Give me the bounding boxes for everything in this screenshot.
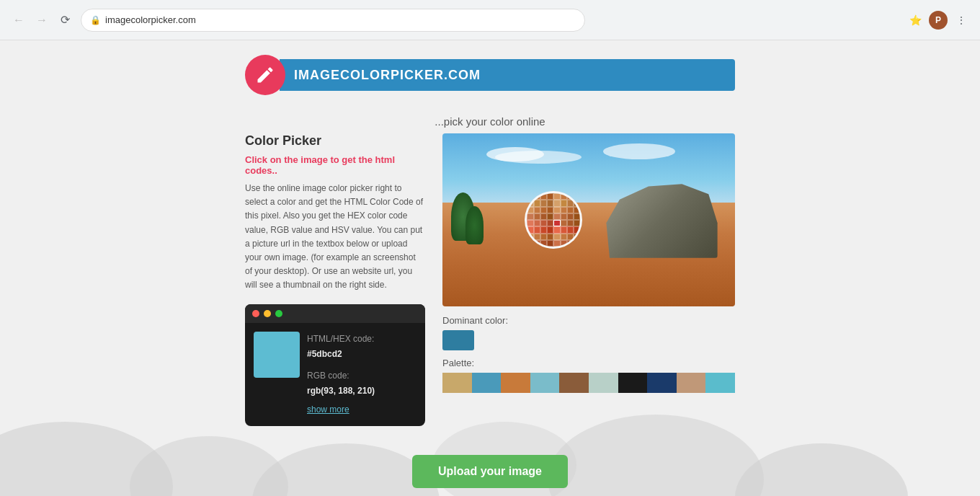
hex-label-text: HTML/HEX code: #5dbcd2 [307, 332, 375, 363]
hex-value: #5dbcd2 [307, 349, 342, 359]
left-panel: Color Picker Click on the image to get t… [245, 133, 425, 426]
magnifier-overlay [525, 191, 582, 249]
palette-swatch-item[interactable] [618, 373, 648, 393]
nav-buttons: ← → ⟳ [9, 10, 75, 30]
dominant-label: Dominant color: [442, 315, 735, 326]
upload-button[interactable]: Upload your image [412, 455, 568, 488]
tree-2 [466, 206, 483, 244]
code-info: HTML/HEX code: #5dbcd2 RGB code: rgb(93,… [307, 332, 375, 418]
code-window-body: HTML/HEX code: #5dbcd2 RGB code: rgb(93,… [245, 323, 425, 427]
page-content: IMAGECOLORPICKER.COM ...pick your color … [0, 40, 980, 496]
palette-swatch-item[interactable] [530, 373, 560, 393]
magnifier-grid [527, 193, 580, 247]
site-title-bar: IMAGECOLORPICKER.COM [280, 59, 735, 91]
car-wreck [606, 180, 717, 258]
address-bar[interactable]: 🔒 imagecolorpicker.com [81, 9, 585, 32]
window-dot-red [252, 310, 259, 317]
palette-swatch-item[interactable] [559, 373, 589, 393]
code-window-titlebar [245, 304, 425, 323]
forward-button[interactable]: → [32, 10, 52, 30]
main-content: Color Picker Click on the image to get t… [0, 133, 980, 426]
upload-section: Upload your image We think data protecti… [0, 426, 980, 496]
cloud-2 [495, 151, 582, 164]
image-container[interactable] [442, 133, 735, 306]
palette-swatch-item[interactable] [647, 373, 677, 393]
palette-swatch-item[interactable] [472, 373, 502, 393]
rgb-label: RGB code: [307, 371, 349, 381]
right-panel: Dominant color: Palette: [442, 133, 735, 426]
color-picker-desc: Use the online image color picker right … [245, 182, 425, 293]
color-picker-subtitle: Click on the image to get the html codes… [245, 154, 425, 176]
window-dot-green [275, 310, 282, 317]
show-more-link[interactable]: show more [307, 402, 375, 418]
palette-swatch-item[interactable] [677, 373, 706, 393]
palette-swatches [442, 373, 735, 393]
palette-swatch-item[interactable] [442, 373, 472, 393]
palette-label: Palette: [442, 358, 735, 368]
color-info-section: Dominant color: Palette: [442, 315, 735, 393]
url-text: imagecolorpicker.com [105, 14, 196, 25]
palette-swatch-item[interactable] [589, 373, 618, 393]
logo-circle [245, 55, 285, 95]
extensions-button[interactable]: ⭐ [905, 10, 925, 30]
palette-swatch-item[interactable] [501, 373, 530, 393]
browser-chrome: ← → ⟳ 🔒 imagecolorpicker.com ⭐ P ⋮ [0, 0, 980, 40]
logo-icon [255, 65, 275, 85]
dominant-swatch [442, 330, 474, 350]
reload-button[interactable]: ⟳ [55, 10, 75, 30]
color-picker-title: Color Picker [245, 133, 425, 149]
rgb-label-text: RGB code: rgb(93, 188, 210) [307, 368, 375, 399]
browser-actions: ⭐ P ⋮ [905, 10, 971, 30]
profile-button[interactable]: P [928, 10, 948, 30]
color-swatch-large [254, 332, 300, 378]
hex-label: HTML/HEX code: [307, 334, 374, 344]
site-subtitle: ...pick your color online [0, 115, 980, 130]
palette-swatch-item[interactable] [705, 373, 735, 393]
window-dot-yellow [264, 310, 271, 317]
code-window: HTML/HEX code: #5dbcd2 RGB code: rgb(93,… [245, 304, 425, 427]
site-header: IMAGECOLORPICKER.COM [0, 40, 980, 110]
site-title: IMAGECOLORPICKER.COM [294, 68, 481, 83]
rgb-value: rgb(93, 188, 210) [307, 386, 375, 396]
desert-scene [442, 133, 735, 306]
back-button[interactable]: ← [9, 10, 29, 30]
menu-button[interactable]: ⋮ [951, 10, 971, 30]
lock-icon: 🔒 [90, 15, 101, 25]
profile-avatar[interactable]: P [929, 11, 948, 30]
